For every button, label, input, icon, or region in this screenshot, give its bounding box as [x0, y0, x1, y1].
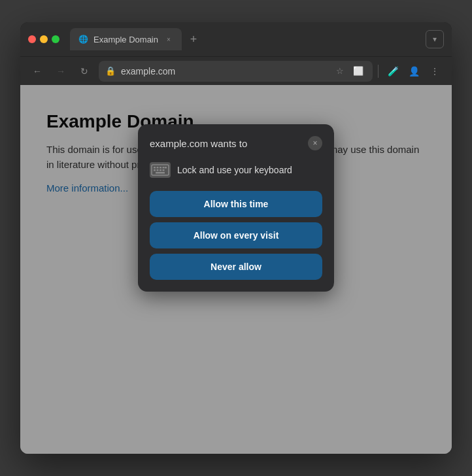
svg-rect-10 [156, 172, 165, 174]
page-inner: Example Domain This domain is for use in… [20, 85, 452, 454]
forward-button[interactable]: → [52, 62, 70, 80]
tabs-dropdown-button[interactable]: ▾ [426, 30, 444, 48]
profile-icon[interactable]: 👤 [405, 62, 423, 80]
popup-header: example.com wants to × [150, 136, 322, 150]
tab-favicon: 🌐 [78, 34, 88, 44]
tab-bar: 🌐 Example Domain × + [70, 28, 420, 50]
svg-rect-9 [165, 167, 167, 169]
svg-rect-5 [154, 169, 156, 171]
browser-window: 🌐 Example Domain × + ▾ ← → ↻ 🔒 example.c… [20, 22, 452, 454]
svg-rect-6 [157, 169, 159, 171]
menu-icon[interactable]: ⋮ [426, 62, 444, 80]
new-tab-button[interactable]: + [184, 30, 203, 48]
tab-close-button[interactable]: × [163, 34, 174, 44]
title-bar: 🌐 Example Domain × + ▾ [20, 22, 452, 56]
maximize-window-button[interactable] [52, 35, 59, 43]
nav-extra-buttons: 🧪 👤 ⋮ [384, 62, 444, 80]
bookmark-icon[interactable]: ☆ [332, 63, 348, 79]
keyboard-icon [150, 162, 171, 178]
url-text: example.com [121, 66, 327, 76]
traffic-lights [28, 35, 59, 43]
extensions-icon[interactable]: 🧪 [384, 62, 402, 80]
share-icon[interactable]: ⬜ [350, 63, 366, 79]
svg-rect-1 [154, 167, 156, 169]
address-bar[interactable]: 🔒 example.com ☆ ⬜ [99, 61, 373, 82]
address-actions: ☆ ⬜ [332, 63, 366, 79]
allow-every-visit-button[interactable]: Allow on every visit [150, 222, 322, 248]
svg-rect-3 [160, 167, 161, 169]
security-icon: 🔒 [105, 66, 116, 76]
active-tab[interactable]: 🌐 Example Domain × [70, 28, 182, 50]
popup-close-button[interactable]: × [308, 136, 322, 150]
page-content: Example Domain This domain is for use in… [20, 85, 452, 454]
nav-bar: ← → ↻ 🔒 example.com ☆ ⬜ 🧪 👤 ⋮ [20, 56, 452, 85]
popup-title: example.com wants to [150, 138, 247, 149]
svg-rect-2 [157, 167, 159, 169]
never-allow-button[interactable]: Never allow [150, 254, 322, 280]
svg-rect-7 [160, 169, 161, 171]
modal-overlay: example.com wants to × [20, 85, 452, 454]
svg-rect-8 [163, 169, 165, 171]
close-window-button[interactable] [28, 35, 36, 43]
permission-dialog: example.com wants to × [138, 124, 334, 292]
back-button[interactable]: ← [28, 62, 46, 80]
minimize-window-button[interactable] [40, 35, 48, 43]
svg-rect-4 [163, 167, 165, 169]
reload-button[interactable]: ↻ [75, 62, 93, 80]
nav-divider [378, 65, 379, 78]
allow-this-time-button[interactable]: Allow this time [150, 191, 322, 217]
permission-row: Lock and use your keyboard [150, 160, 322, 180]
tab-title: Example Domain [93, 35, 158, 44]
permission-text: Lock and use your keyboard [177, 165, 292, 175]
